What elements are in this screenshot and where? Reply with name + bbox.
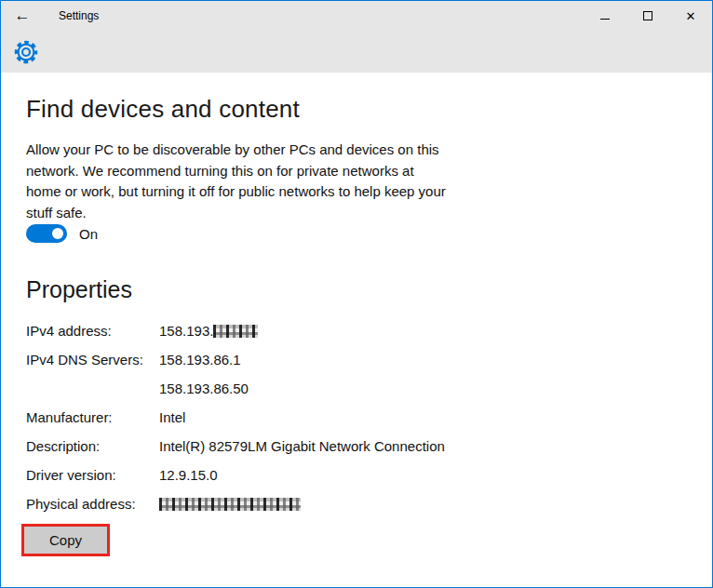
settings-window: ← Settings ✕ Fin: [0, 0, 713, 588]
property-value: 158.193.86.1: [159, 351, 241, 369]
titlebar: ← Settings ✕: [1, 1, 712, 31]
discoverability-toggle-row: On: [26, 224, 98, 243]
window-title: Settings: [59, 9, 99, 22]
property-label: IPv4 DNS Servers:: [26, 351, 159, 369]
property-value: 158.193.: [159, 322, 258, 341]
properties-list: IPv4 address: 158.193. IPv4 DNS Servers:…: [26, 322, 445, 524]
minimize-button[interactable]: [584, 1, 626, 31]
property-row-ipv4-address: IPv4 address: 158.193.: [26, 322, 445, 351]
section-description: Allow your PC to be discoverable by othe…: [26, 140, 452, 223]
property-row-physical-address: Physical address:: [26, 495, 445, 524]
back-arrow-icon: ←: [15, 7, 31, 25]
maximize-icon: [643, 11, 652, 20]
property-label: Physical address:: [26, 495, 159, 514]
maximize-button[interactable]: [626, 1, 669, 31]
property-label: Description:: [26, 437, 159, 456]
property-value: 12.9.15.0: [159, 466, 218, 485]
properties-heading: Properties: [26, 276, 132, 303]
property-value: Intel(R) 82579LM Gigabit Network Connect…: [159, 437, 445, 456]
page-title: Find devices and content: [26, 95, 300, 124]
redacted-ip-suffix: [213, 325, 258, 338]
property-label: Manufacturer:: [26, 408, 159, 427]
close-button[interactable]: ✕: [669, 1, 712, 31]
back-button[interactable]: ←: [1, 1, 44, 31]
property-value: 158.193.86.50: [159, 380, 249, 398]
annotation-highlight: Copy: [21, 524, 110, 556]
property-value: [159, 495, 301, 514]
property-row-description: Description: Intel(R) 82579LM Gigabit Ne…: [26, 437, 445, 466]
property-row-dns-2: 158.193.86.50: [26, 380, 445, 408]
minimize-icon: [600, 19, 610, 20]
caption-controls: ✕: [584, 1, 712, 31]
settings-gear-icon: [13, 39, 39, 65]
property-label: IPv4 address:: [26, 322, 159, 341]
copy-button[interactable]: Copy: [24, 527, 107, 554]
content-area: Find devices and content Allow your PC t…: [1, 73, 712, 587]
copy-button-label: Copy: [49, 532, 82, 548]
property-label: Driver version:: [26, 466, 159, 485]
property-value: Intel: [159, 408, 185, 427]
property-row-driver-version: Driver version: 12.9.15.0: [26, 466, 445, 495]
redacted-mac-address: [159, 498, 301, 511]
close-icon: ✕: [686, 10, 696, 22]
property-row-dns-1: IPv4 DNS Servers: 158.193.86.1: [26, 351, 445, 380]
toggle-knob: [52, 228, 63, 239]
property-row-manufacturer: Manufacturer: Intel: [26, 408, 445, 437]
toggle-state-label: On: [79, 226, 98, 242]
discoverability-toggle[interactable]: [26, 224, 67, 243]
header: ← Settings ✕: [1, 1, 712, 73]
